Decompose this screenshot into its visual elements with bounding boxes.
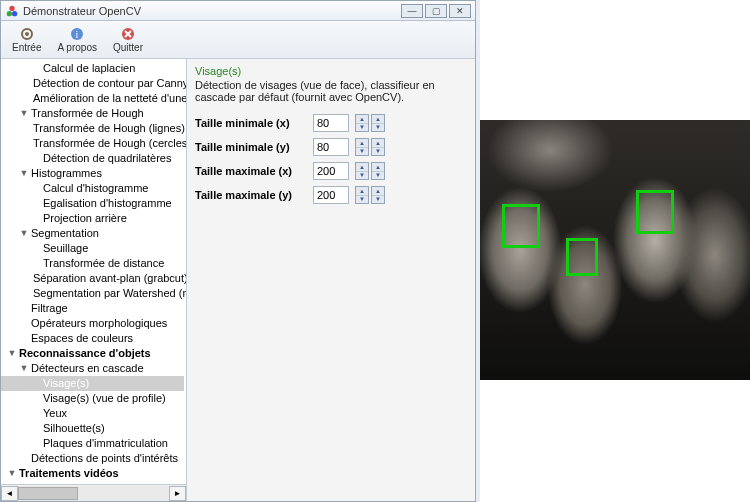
tree-item-label: Visage(s) [41, 376, 91, 391]
tree-item[interactable]: Calcul de laplacien [1, 61, 184, 76]
tree-item[interactable]: ▼Histogrammes [1, 166, 184, 181]
tree-item[interactable]: Egalisation d'histogramme [1, 196, 184, 211]
tree-item-label: Transformée de Hough (cercles) [31, 136, 186, 151]
tree-item[interactable]: Transformée de Hough (cercles) [1, 136, 184, 151]
panel-title: Visage(s) [187, 59, 475, 77]
spin-down[interactable]: ▲▼ [355, 138, 369, 156]
tree-item-label: Segmentation par Watershed (n [31, 286, 186, 301]
toolbar-label: Entrée [12, 42, 41, 53]
tree-item-label: Amélioration de la netteté d'une [31, 91, 186, 106]
toolbar-entrée[interactable]: Entrée [5, 23, 48, 56]
tree-item[interactable]: Espaces de couleurs [1, 331, 184, 346]
tree-item-label: Espaces de couleurs [29, 331, 135, 346]
tree-item[interactable]: Transformée de Hough (lignes) [1, 121, 184, 136]
tree-item[interactable]: Séparation avant-plan (grabcut) [1, 271, 184, 286]
tree-item-label: Transformée de Hough (lignes) [31, 121, 186, 136]
close-button[interactable]: ✕ [449, 4, 471, 18]
disclosure-triangle-icon[interactable]: ▼ [7, 466, 17, 481]
spin-down[interactable]: ▲▼ [355, 186, 369, 204]
tree-item[interactable]: ▼Détecteurs en cascade [1, 361, 184, 376]
param-label: Taille minimale (y) [195, 141, 307, 153]
tree-item[interactable]: ▼Reconnaissance d'objets [1, 346, 184, 361]
param-label: Taille maximale (y) [195, 189, 307, 201]
param-row: Taille minimale (x)▲▼▲▼ [187, 111, 475, 135]
scroll-right-button[interactable]: ► [169, 486, 186, 501]
titlebar: Démonstrateur OpenCV — ▢ ✕ [1, 1, 475, 21]
param-row: Taille minimale (y)▲▼▲▼ [187, 135, 475, 159]
toolbar-label: A propos [57, 42, 96, 53]
tree-item-label: Projection arrière [41, 211, 129, 226]
tree-item[interactable]: Yeux [1, 406, 184, 421]
scroll-thumb[interactable] [18, 487, 78, 500]
disclosure-triangle-icon[interactable]: ▼ [19, 106, 29, 121]
tree-item[interactable]: Opérateurs morphologiques [1, 316, 184, 331]
param-input[interactable] [313, 114, 349, 132]
spin-up[interactable]: ▲▼ [371, 114, 385, 132]
toolbar-quitter[interactable]: Quitter [106, 23, 150, 56]
tree-item-label: Détection de contour par Canny [31, 76, 186, 91]
tree-item-label: Egalisation d'histogramme [41, 196, 174, 211]
svg-point-4 [25, 32, 29, 36]
tree-item[interactable]: Silhouette(s) [1, 421, 184, 436]
photo-content [480, 120, 750, 380]
param-input[interactable] [313, 138, 349, 156]
spin-down[interactable]: ▲▼ [355, 114, 369, 132]
spin-up[interactable]: ▲▼ [371, 138, 385, 156]
tree-item[interactable]: Détection de quadrilatères [1, 151, 184, 166]
param-input[interactable] [313, 162, 349, 180]
tree-item-label: Seuillage [41, 241, 90, 256]
tree-item-label: Détecteurs en cascade [29, 361, 146, 376]
tree-item[interactable]: Visage(s) (vue de profile) [1, 391, 184, 406]
tree-item-label: Reconnaissance d'objets [17, 346, 153, 361]
tree-item-label: Plaques d'immatriculation [41, 436, 170, 451]
tree-item[interactable]: Filtrage [1, 301, 184, 316]
param-input[interactable] [313, 186, 349, 204]
spin-down[interactable]: ▲▼ [355, 162, 369, 180]
disclosure-triangle-icon[interactable]: ▼ [7, 346, 17, 361]
tree-item-label: Calcul d'histogramme [41, 181, 150, 196]
tree-item-label: Histogrammes [29, 166, 104, 181]
face-detection-box [502, 204, 540, 248]
horizontal-scrollbar[interactable]: ◄ ► [1, 484, 186, 501]
treeview[interactable]: Calcul de laplacienDétection de contour … [1, 59, 186, 484]
tree-item[interactable]: ▼Traitements vidéos [1, 466, 184, 481]
minimize-button[interactable]: — [401, 4, 423, 18]
tree-item[interactable]: Amélioration de la netteté d'une [1, 91, 184, 106]
scroll-track[interactable] [18, 486, 169, 501]
maximize-button[interactable]: ▢ [425, 4, 447, 18]
app-window: Démonstrateur OpenCV — ▢ ✕ EntréeiA prop… [0, 0, 476, 502]
gear-icon [19, 26, 35, 42]
disclosure-triangle-icon[interactable]: ▼ [19, 226, 29, 241]
tree-item[interactable]: ▼Transformée de Hough [1, 106, 184, 121]
about-icon: i [69, 26, 85, 42]
disclosure-triangle-icon[interactable]: ▼ [19, 361, 29, 376]
disclosure-triangle-icon[interactable]: ▼ [19, 166, 29, 181]
tree-item[interactable]: Calcul d'histogramme [1, 181, 184, 196]
spin-up[interactable]: ▲▼ [371, 162, 385, 180]
tree-item-label: Segmentation [29, 226, 101, 241]
face-detection-box [566, 238, 598, 276]
split-pane: Calcul de laplacienDétection de contour … [1, 59, 475, 501]
scroll-left-button[interactable]: ◄ [1, 486, 18, 501]
tree-item[interactable]: Détection de contour par Canny [1, 76, 184, 91]
tree-item[interactable]: Seuillage [1, 241, 184, 256]
param-row: Taille maximale (y)▲▼▲▼ [187, 183, 475, 207]
tree-item[interactable]: Visage(s) [1, 376, 184, 391]
tree-item-label: Traitements vidéos [17, 466, 121, 481]
tree-item[interactable]: ▼Segmentation [1, 226, 184, 241]
tree-item-label: Filtrage [29, 301, 70, 316]
toolbar-a-propos[interactable]: iA propos [50, 23, 103, 56]
tree-item-label: Silhouette(s) [41, 421, 107, 436]
tree-item[interactable]: Projection arrière [1, 211, 184, 226]
quit-icon [120, 26, 136, 42]
tree-item[interactable]: Segmentation par Watershed (n [1, 286, 184, 301]
app-icon [5, 4, 19, 18]
tree-item[interactable]: Transformée de distance [1, 256, 184, 271]
tree-item[interactable]: Détections de points d'intérêts [1, 451, 184, 466]
tree-item-label: Yeux [41, 406, 69, 421]
tree-item-label: Transformée de distance [41, 256, 166, 271]
spin-up[interactable]: ▲▼ [371, 186, 385, 204]
tree-item-label: Visage(s) (vue de profile) [41, 391, 168, 406]
tree-item[interactable]: Plaques d'immatriculation [1, 436, 184, 451]
svg-point-1 [7, 11, 12, 16]
